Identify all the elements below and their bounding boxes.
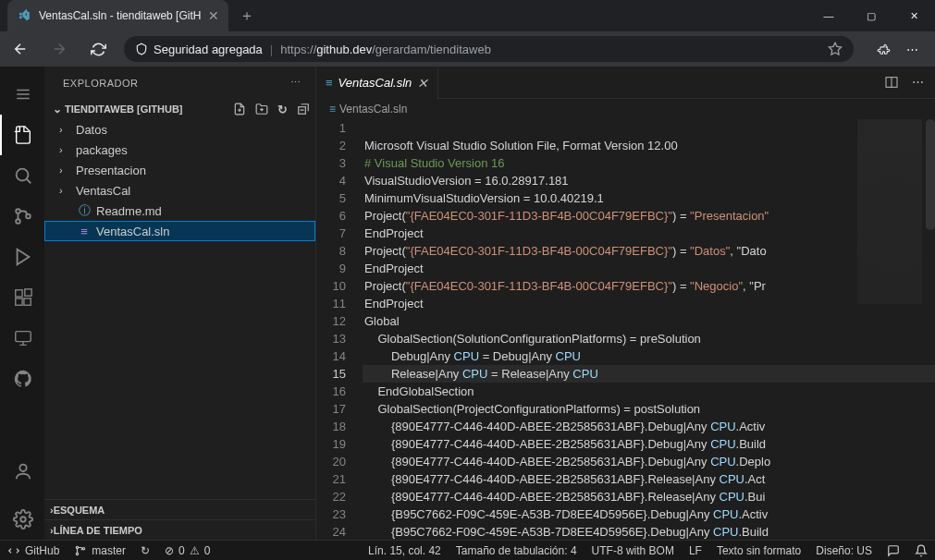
keyboard-layout[interactable]: Diseño: US (808, 541, 880, 561)
svg-rect-4 (16, 290, 22, 297)
svg-rect-6 (24, 298, 31, 305)
breadcrumbs[interactable]: ≡ VentasCal.sln (316, 99, 935, 119)
window-close-button[interactable]: ✕ (892, 0, 935, 31)
activity-bar (0, 67, 44, 540)
github-icon[interactable] (0, 359, 44, 399)
editor-tab[interactable]: ≡ VentasCal.sln ✕ (316, 67, 438, 99)
explorer-icon[interactable] (0, 115, 44, 155)
explorer-sidebar: EXPLORADOR ⋯ ⌄ TIENDITAWEB [GITHUB] ↻ ›D… (44, 67, 316, 540)
split-editor-icon[interactable] (884, 75, 899, 90)
tree-item-label: Datos (76, 123, 107, 137)
minimize-button[interactable]: ― (807, 0, 850, 31)
folder-item[interactable]: ›Presentacion (44, 160, 315, 180)
file-icon: ≡ (329, 103, 336, 116)
outline-section[interactable]: › ESQUEMA (44, 499, 315, 519)
git-branch[interactable]: master (67, 541, 133, 561)
browser-toolbar: Seguridad agregada | https://github.dev/… (0, 31, 935, 67)
remote-indicator[interactable]: GitHub (0, 541, 67, 561)
workspace-actions: ↻ (233, 103, 310, 116)
code-editor[interactable]: 123456789101112131415161718192021222324 … (316, 119, 935, 540)
browser-tab[interactable]: VentasCal.sln - tienditaweb [GitH ✕ (7, 0, 228, 31)
notifications-icon[interactable] (907, 541, 935, 561)
editor-tabs: ≡ VentasCal.sln ✕ ⋯ (316, 67, 935, 99)
folder-item[interactable]: ›packages (44, 140, 315, 160)
tree-item-label: Readme.md (96, 204, 162, 218)
svg-point-9 (19, 465, 26, 471)
svg-rect-7 (25, 289, 31, 296)
extensions-icon[interactable] (876, 42, 892, 57)
tree-item-label: VentasCal.sln (96, 225, 170, 238)
svg-point-15 (83, 547, 85, 549)
maximize-button[interactable]: ▢ (850, 0, 892, 31)
browser-menu-button[interactable]: ⋯ (906, 43, 918, 56)
editor-tab-label: VentasCal.sln (338, 76, 412, 90)
chevron-right-icon: › (59, 185, 72, 196)
svg-point-14 (77, 553, 79, 554)
file-item[interactable]: ≡VentasCal.sln (44, 221, 315, 241)
tree-item-label: Presentacion (76, 164, 146, 177)
code-content[interactable]: Microsoft Visual Studio Solution File, F… (363, 119, 935, 540)
tree-item-label: packages (76, 143, 128, 157)
new-folder-icon[interactable] (255, 103, 268, 116)
back-button[interactable] (7, 41, 33, 57)
svg-point-3 (26, 214, 31, 219)
problems[interactable]: ⊘0 ⚠0 (157, 541, 217, 561)
file-tree: ›Datos›packages›Presentacion›VentasCalⓘR… (44, 119, 315, 499)
indentation[interactable]: Tamaño de tabulación: 4 (449, 541, 584, 561)
close-icon[interactable]: ✕ (417, 76, 428, 91)
svg-point-13 (77, 546, 79, 548)
editor-more-icon[interactable]: ⋯ (912, 75, 924, 90)
cursor-position[interactable]: Lín. 15, col. 42 (361, 541, 449, 561)
language-mode[interactable]: Texto sin formato (709, 541, 808, 561)
search-icon[interactable] (0, 155, 44, 196)
vscode-icon (17, 8, 31, 23)
svg-rect-5 (16, 298, 22, 305)
close-icon[interactable]: ✕ (208, 8, 219, 23)
shield-icon (135, 43, 148, 55)
svg-rect-8 (16, 332, 31, 342)
reload-button[interactable] (85, 42, 111, 57)
settings-gear-icon[interactable] (0, 499, 44, 540)
window-controls: ― ▢ ✕ (807, 0, 935, 31)
sync-button[interactable]: ↻ (133, 541, 157, 561)
error-icon: ⊘ (165, 544, 174, 557)
encoding[interactable]: UTF-8 with BOM (584, 541, 682, 561)
file-item[interactable]: ⓘReadme.md (44, 201, 315, 221)
svg-point-10 (20, 517, 26, 522)
refresh-icon[interactable]: ↻ (277, 103, 288, 116)
tree-item-label: VentasCal (76, 184, 130, 198)
file-icon: ≡ (76, 225, 92, 238)
line-gutter: 123456789101112131415161718192021222324 (316, 119, 363, 540)
svg-point-2 (16, 219, 20, 224)
editor-area: ≡ VentasCal.sln ✕ ⋯ ≡ VentasCal.sln 1234… (316, 67, 935, 540)
extensions-view-icon[interactable] (0, 277, 44, 318)
star-icon[interactable] (828, 42, 843, 56)
folder-item[interactable]: ›VentasCal (44, 180, 315, 201)
account-icon[interactable] (0, 451, 44, 492)
remote-explorer-icon[interactable] (0, 318, 44, 359)
browser-titlebar: VentasCal.sln - tienditaweb [GitH ✕ ＋ ― … (0, 0, 935, 31)
chevron-down-icon: ⌄ (50, 103, 65, 116)
run-debug-icon[interactable] (0, 237, 44, 277)
sidebar-more-icon[interactable]: ⋯ (290, 77, 301, 89)
warning-icon: ⚠ (190, 544, 200, 557)
eol[interactable]: LF (682, 541, 709, 561)
svg-point-0 (17, 169, 29, 181)
timeline-section[interactable]: › LÍNEA DE TIEMPO (44, 519, 315, 540)
feedback-icon[interactable] (880, 541, 907, 561)
security-chip[interactable]: Seguridad agregada (135, 43, 263, 56)
address-bar[interactable]: Seguridad agregada | https://github.dev/… (124, 36, 854, 62)
chevron-right-icon: › (59, 144, 72, 155)
collapse-all-icon[interactable] (297, 103, 310, 116)
chevron-right-icon: › (59, 124, 72, 135)
status-bar: GitHub master ↻ ⊘0 ⚠0 Lín. 15, col. 42 T… (0, 540, 935, 560)
file-icon: ⓘ (76, 202, 92, 219)
new-file-icon[interactable] (233, 103, 246, 116)
folder-item[interactable]: ›Datos (44, 119, 315, 140)
menu-icon[interactable] (0, 74, 44, 115)
chevron-right-icon: › (59, 164, 72, 176)
workspace-section[interactable]: ⌄ TIENDITAWEB [GITHUB] ↻ (44, 99, 315, 119)
forward-button (46, 41, 72, 57)
new-tab-button[interactable]: ＋ (240, 6, 254, 26)
source-control-icon[interactable] (0, 196, 44, 237)
